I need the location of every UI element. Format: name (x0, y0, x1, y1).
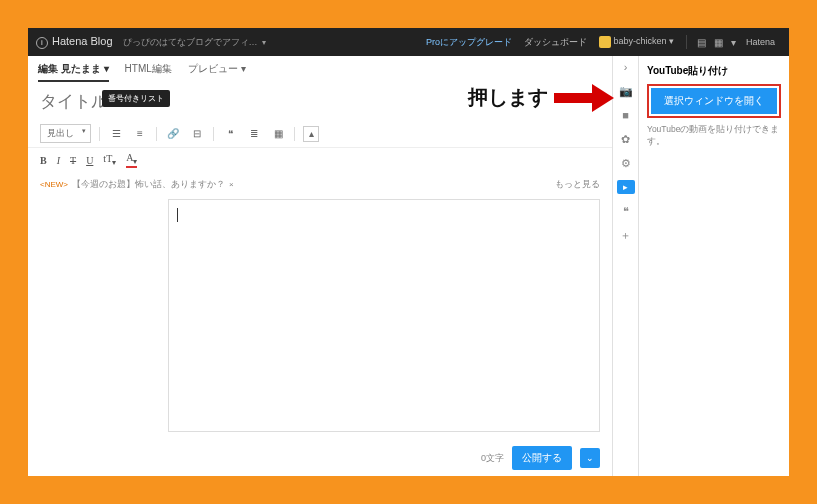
insert-icon[interactable]: ▴ (303, 126, 319, 142)
apps-icon[interactable]: ▦ (714, 37, 723, 48)
upgrade-pro-link[interactable]: Proにアップグレード (426, 36, 512, 49)
toolbar-row-1: 見出し ☰ ≡ 🔗 ⊟ ❝ ≣ ▦ ▴ (28, 122, 612, 148)
strike-button[interactable]: T (70, 155, 76, 166)
close-suggestion-icon[interactable]: × (229, 180, 234, 189)
notifications-icon[interactable]: ▤ (697, 37, 706, 48)
tab-edit[interactable]: 編集 見たまま ▾ (38, 62, 109, 82)
textcolor-button[interactable]: A▾ (126, 152, 137, 168)
mode-tabs: 編集 見たまま ▾ HTML編集 プレビュー ▾ (28, 56, 612, 82)
logo[interactable]: iHatena Blog (36, 35, 113, 49)
photo-icon[interactable]: 📷 (619, 84, 633, 98)
code-icon[interactable]: ≣ (246, 126, 262, 142)
add-icon[interactable]: ＋ (619, 228, 633, 242)
heading-select[interactable]: 見出し (40, 124, 91, 143)
fontsize-button[interactable]: tT▾ (103, 153, 116, 167)
table-icon[interactable]: ▦ (270, 126, 286, 142)
embed-icon[interactable]: ▸ (617, 180, 635, 194)
quote-embed-icon[interactable]: ❝ (619, 204, 633, 218)
new-badge: <NEW> (40, 180, 68, 189)
open-button-highlight: 選択ウィンドウを開く (647, 84, 781, 118)
dropdown-icon[interactable]: ▾ (731, 37, 736, 48)
avatar-icon (599, 36, 611, 48)
more-suggestions-link[interactable]: もっと見る (555, 178, 600, 191)
publish-button[interactable]: 公開する (512, 446, 572, 470)
unordered-list-icon[interactable]: ☰ (108, 126, 124, 142)
topbar: iHatena Blog ぴっぴのはてなブログでアフィ…▾ Proにアップグレー… (28, 28, 789, 56)
read-more-icon[interactable]: ⊟ (189, 126, 205, 142)
youtube-panel: YouTube貼り付け 選択ウィンドウを開く YouTubeの動画を貼り付けでき… (639, 56, 789, 476)
char-count: 0文字 (481, 452, 504, 465)
sidebar-rail: › 📷 ■ ✿ ⚙ ▸ ❝ ＋ (613, 56, 639, 476)
settings-icon[interactable]: ✿ (619, 132, 633, 146)
user-menu[interactable]: baby-chicken ▾ (599, 36, 674, 48)
tab-html[interactable]: HTML編集 (125, 62, 172, 82)
publish-dropdown[interactable]: ⌄ (580, 448, 600, 468)
toolbar-row-2: B I T U tT▾ A▾ (28, 148, 612, 174)
collapse-icon[interactable]: › (619, 60, 633, 74)
dashboard-link[interactable]: ダッシュボード (524, 36, 587, 49)
panel-description: YouTubeの動画を貼り付けできます。 (647, 124, 781, 148)
app-window: iHatena Blog ぴっぴのはてなブログでアフィ…▾ Proにアップグレー… (28, 28, 789, 476)
underline-button[interactable]: U (86, 155, 93, 166)
suggestion-text[interactable]: 【今週のお題】怖い話、ありますか？ (72, 178, 225, 191)
bold-button[interactable]: B (40, 155, 47, 166)
topic-suggestion: <NEW> 【今週のお題】怖い話、ありますか？ × もっと見る (28, 174, 612, 195)
gear-icon[interactable]: ⚙ (619, 156, 633, 170)
tooltip-ordered-list: 番号付きリスト (102, 90, 170, 107)
editor-pane: 編集 見たまま ▾ HTML編集 プレビュー ▾ 番号付きリスト 見出し ☰ ≡… (28, 56, 613, 476)
quote-icon[interactable]: ❝ (222, 126, 238, 142)
text-cursor (177, 208, 178, 222)
hatena-link[interactable]: Hatena (746, 37, 775, 47)
editor-footer: 0文字 公開する ⌄ (28, 440, 612, 476)
ordered-list-icon[interactable]: ≡ (132, 126, 148, 142)
category-icon[interactable]: ■ (619, 108, 633, 122)
panel-title: YouTube貼り付け (647, 64, 781, 78)
link-icon[interactable]: 🔗 (165, 126, 181, 142)
blog-name[interactable]: ぴっぴのはてなブログでアフィ…▾ (123, 36, 266, 49)
content-editor[interactable] (168, 199, 600, 432)
open-selection-window-button[interactable]: 選択ウィンドウを開く (651, 88, 777, 114)
italic-button[interactable]: I (57, 155, 60, 166)
tab-preview[interactable]: プレビュー ▾ (188, 62, 246, 82)
